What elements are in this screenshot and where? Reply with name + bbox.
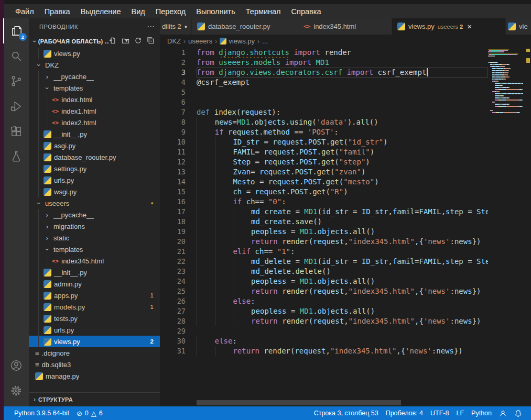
tree-item-index2.html[interactable]: <>index2.html (29, 117, 160, 128)
tree-item-index345.html[interactable]: <>index345.html (29, 255, 160, 267)
tree-item-database_roouter.py[interactable]: database_roouter.py (29, 151, 160, 163)
line-number[interactable]: 16 (160, 197, 197, 207)
code-line-4[interactable]: 4@csrf_exempt (160, 78, 488, 87)
line-number[interactable]: 27 (160, 306, 197, 316)
tree-item-.dcignore[interactable]: ≡.dcignore (29, 347, 160, 359)
code-line-30[interactable]: 30else: (160, 336, 488, 346)
minimap[interactable] (488, 49, 526, 114)
breadcrumb-DKZ[interactable]: DKZ (167, 37, 181, 45)
code-line-21[interactable]: 21elif ch== "1": (160, 247, 488, 257)
line-number[interactable]: 5 (160, 87, 197, 97)
line-number[interactable]: 3 (160, 68, 197, 78)
tree-item-db.sqlite3[interactable]: ≡db.sqlite3 (29, 359, 160, 370)
code-line-11[interactable]: 11FAMIL= request.POST.get("famil") (160, 147, 488, 157)
tree-item-views.py[interactable]: views.py2 (29, 336, 160, 347)
tree-item-models.py[interactable]: models.py1 (29, 301, 160, 313)
code-line-18[interactable]: 18md_create.save() (160, 217, 488, 227)
code-line-31[interactable]: 31return render(request,"index345.html",… (160, 346, 488, 356)
line-number[interactable]: 29 (160, 326, 197, 336)
line-number[interactable]: 9 (160, 127, 197, 137)
code-line-13[interactable]: 13Zvan= request.POST.get("zvan") (160, 167, 488, 177)
code-line-16[interactable]: 16if ch== "0": (160, 197, 488, 207)
breadcrumb-views.py[interactable]: views.py (220, 37, 255, 45)
refresh-icon[interactable] (134, 37, 142, 47)
tree-item-templates[interactable]: ›templates (29, 244, 160, 255)
menu-item-Терминал[interactable]: Терминал (241, 7, 286, 16)
tree-item-settings.py[interactable]: settings.py (29, 163, 160, 174)
tree-item-manage.py[interactable]: manage.py (29, 370, 160, 382)
tree-item-views.py[interactable]: views.py (29, 48, 160, 59)
status-lf[interactable]: LF (452, 410, 468, 417)
status-строка-3-столбец-53[interactable]: Строка 3, столбец 53 (310, 410, 382, 417)
line-number[interactable]: 24 (160, 277, 197, 286)
collapse-all-icon[interactable] (147, 37, 155, 47)
tree-item-__pycache__[interactable]: ›__pycache__ (29, 209, 160, 220)
code-line-25[interactable]: 25return render(request,"index345.html",… (160, 286, 488, 296)
sidebar-more-icon[interactable]: ⋯ (147, 22, 155, 31)
close-tab-icon[interactable]: × (467, 22, 472, 31)
explorer-icon[interactable]: 2 (3, 18, 29, 43)
line-number[interactable]: 13 (160, 167, 197, 177)
tree-item-migrations[interactable]: ›migrations (29, 220, 160, 232)
line-number[interactable]: 22 (160, 257, 197, 267)
menu-item-Переход[interactable]: Переход (150, 7, 191, 16)
code-line-2[interactable]: 2from useeers.models import MD1 (160, 58, 488, 68)
tab-diiits 2[interactable]: diiits 2● (160, 18, 192, 35)
tree-item-DKZ[interactable]: ›DKZ (29, 59, 160, 71)
workspace-section-header[interactable]: › (РАБОЧАЯ ОБЛАСТЬ) ... (29, 35, 160, 48)
code-line-26[interactable]: 26else: (160, 296, 488, 306)
tab-index345.html[interactable]: <>index345.html (298, 18, 392, 35)
tree-item-asgi.py[interactable]: asgi.py (29, 140, 160, 151)
breadcrumb-useeers[interactable]: useeers (188, 37, 212, 45)
status-python[interactable]: Python (468, 410, 495, 417)
problems-status[interactable]: ⊘0 △6 (73, 410, 106, 417)
tree-item-index1.html[interactable]: <>index1.html (29, 105, 160, 117)
tree-item-urls.py[interactable]: urls.py (29, 174, 160, 186)
code-line-17[interactable]: 17md_create = MD1(id_str = ID_str,famil=… (160, 207, 488, 217)
menu-item-Вид[interactable]: Вид (126, 7, 150, 16)
code-line-20[interactable]: 20return render(request,"index345.html",… (160, 237, 488, 247)
menu-item-Правка[interactable]: Правка (39, 7, 75, 16)
code-line-19[interactable]: 19peopless = MD1.objects.all() (160, 227, 488, 237)
structure-section-header[interactable]: › СТРУКТУРА (29, 392, 160, 406)
tree-item-__init__.py[interactable]: __init__.py (29, 267, 160, 278)
code-line-29[interactable]: 29 (160, 326, 488, 336)
line-number[interactable]: 25 (160, 286, 197, 296)
line-number[interactable]: 4 (160, 78, 197, 87)
code-line-5[interactable]: 5 (160, 87, 488, 97)
settings-gear-icon[interactable] (4, 378, 29, 403)
tree-item-__pycache__[interactable]: ›__pycache__ (29, 71, 160, 82)
code-line-8[interactable]: 8news=MD1.objects.using('daata').all() (160, 117, 488, 127)
code-line-24[interactable]: 24peopless = MD1.objects.all() (160, 277, 488, 286)
python-interpreter-status[interactable]: Python 3.9.5 64-bit (10, 410, 73, 417)
tree-item-templates[interactable]: ›templates (29, 82, 160, 94)
line-number[interactable]: 11 (160, 147, 197, 157)
line-number[interactable]: 15 (160, 187, 197, 197)
code-line-7[interactable]: 7def index(request): (160, 107, 488, 117)
line-number[interactable]: 6 (160, 97, 197, 107)
tree-item-apps.py[interactable]: apps.py1 (29, 290, 160, 301)
line-number[interactable]: 30 (160, 336, 197, 346)
menu-item-Файл[interactable]: Файл (10, 7, 39, 16)
account-icon[interactable] (4, 353, 29, 378)
tree-item-index.html[interactable]: <>index.html (29, 94, 160, 105)
code-line-12[interactable]: 12Step = request.POST.get("step") (160, 157, 488, 167)
tab-views.py[interactable]: views.pyuseeers 2× (392, 18, 506, 35)
search-icon[interactable] (4, 43, 29, 69)
line-number[interactable]: 19 (160, 227, 197, 237)
line-number[interactable]: 12 (160, 157, 197, 167)
menu-item-Выполнить[interactable]: Выполнить (191, 7, 240, 16)
code-line-1[interactable]: 1from django.shortcuts import render (160, 48, 488, 58)
line-number[interactable]: 7 (160, 107, 197, 117)
tree-item-admin.py[interactable]: admin.py (29, 278, 160, 290)
code-line-28[interactable]: 28return render(request,"index345.html",… (160, 316, 488, 326)
tree-item-__init__.py[interactable]: __init__.py (29, 128, 160, 140)
menu-item-Справка[interactable]: Справка (286, 7, 327, 16)
line-number[interactable]: 28 (160, 316, 197, 326)
extensions-icon[interactable] (4, 119, 29, 144)
breadcrumb-...[interactable]: ... (262, 37, 268, 45)
tree-item-tests.py[interactable]: tests.py (29, 313, 160, 324)
line-number[interactable]: 31 (160, 346, 197, 356)
code-line-6[interactable]: 6 (160, 97, 488, 107)
new-file-icon[interactable] (109, 37, 117, 47)
